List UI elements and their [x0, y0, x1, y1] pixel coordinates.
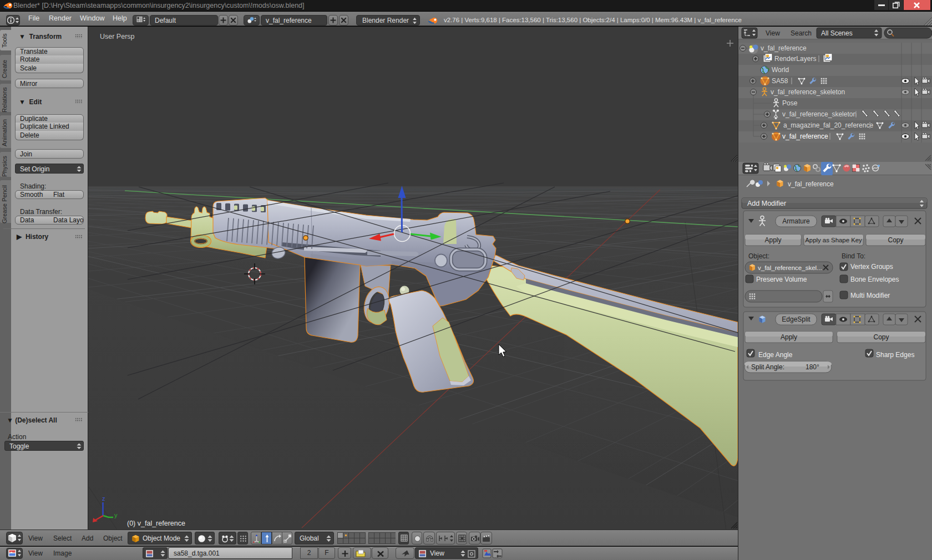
svg-text:Apply as Shape Key: Apply as Shape Key — [805, 237, 862, 243]
svg-text:Vertex Groups: Vertex Groups — [850, 263, 893, 271]
svg-text:World: World — [772, 66, 789, 74]
svg-text:Copy: Copy — [888, 236, 903, 244]
svg-text:v_fal_reference: v_fal_reference — [761, 44, 807, 52]
svg-text:z: z — [102, 495, 105, 502]
svg-text:v_fal_reference_skeleton: v_fal_reference_skeleton — [771, 88, 845, 96]
svg-text:Pose: Pose — [782, 99, 798, 107]
svg-text:Object:: Object: — [748, 252, 769, 260]
svg-text:All Scenes: All Scenes — [821, 29, 853, 37]
svg-text:Bone Envelopes: Bone Envelopes — [850, 276, 899, 283]
svg-text:Copy: Copy — [873, 333, 889, 341]
svg-text:a_magazine_fal_20_reference: a_magazine_fal_20_reference — [783, 121, 873, 129]
svg-text:y: y — [114, 512, 118, 518]
svg-text:180°: 180° — [806, 363, 819, 371]
svg-text:User Persp: User Persp — [100, 33, 135, 40]
svg-text:EdgeSplit: EdgeSplit — [782, 315, 811, 323]
svg-text:Armature: Armature — [782, 217, 810, 225]
svg-text:(0) v_fal_reference: (0) v_fal_reference — [127, 520, 185, 527]
svg-text:Sharp Edges: Sharp Edges — [876, 351, 914, 359]
svg-text:v_fal_reference_skel...: v_fal_reference_skel... — [758, 264, 822, 271]
svg-text:View: View — [766, 29, 780, 37]
svg-text:RenderLayers: RenderLayers — [774, 55, 816, 63]
svg-text:Edge Angle: Edge Angle — [758, 351, 793, 359]
svg-text:Multi Modifier: Multi Modifier — [850, 292, 890, 299]
svg-text:Split Angle:: Split Angle: — [751, 363, 784, 371]
svg-text:SA58: SA58 — [772, 77, 788, 85]
svg-text:v_fal_reference: v_fal_reference — [788, 180, 834, 188]
svg-text:Bind To:: Bind To: — [842, 252, 865, 260]
svg-text:v_fal_reference: v_fal_reference — [782, 133, 828, 140]
svg-text:Preserve Volume: Preserve Volume — [756, 276, 807, 283]
svg-text:Add Modifier: Add Modifier — [747, 200, 786, 207]
svg-text:Apply: Apply — [764, 236, 781, 244]
svg-text:Apply: Apply — [781, 333, 797, 341]
svg-text:Search: Search — [791, 29, 812, 37]
svg-text:v_fal_reference_skeleton: v_fal_reference_skeleton — [782, 110, 857, 118]
